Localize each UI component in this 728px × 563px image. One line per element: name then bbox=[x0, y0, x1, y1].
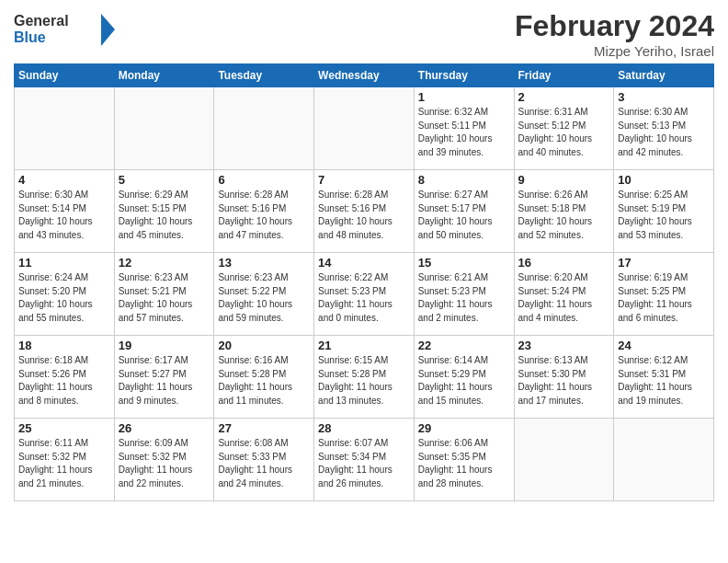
calendar-cell: 11Sunrise: 6:24 AMSunset: 5:20 PMDayligh… bbox=[15, 253, 115, 336]
calendar-cell: 1Sunrise: 6:32 AMSunset: 5:11 PMDaylight… bbox=[414, 87, 514, 170]
calendar-cell bbox=[15, 87, 115, 170]
day-info: Sunrise: 6:13 AMSunset: 5:30 PMDaylight:… bbox=[518, 354, 610, 408]
calendar-cell: 29Sunrise: 6:06 AMSunset: 5:35 PMDayligh… bbox=[414, 419, 514, 501]
day-info: Sunrise: 6:15 AMSunset: 5:28 PMDaylight:… bbox=[318, 354, 410, 408]
column-header-wednesday: Wednesday bbox=[314, 64, 415, 87]
calendar-cell: 24Sunrise: 6:12 AMSunset: 5:31 PMDayligh… bbox=[614, 336, 714, 419]
day-info: Sunrise: 6:11 AMSunset: 5:32 PMDaylight:… bbox=[18, 437, 110, 490]
day-number: 12 bbox=[119, 256, 210, 270]
calendar-week-row: 1Sunrise: 6:32 AMSunset: 5:11 PMDaylight… bbox=[15, 87, 714, 170]
calendar-cell bbox=[514, 419, 614, 501]
column-header-saturday: Saturday bbox=[614, 64, 714, 87]
day-number: 24 bbox=[618, 339, 710, 352]
calendar-table: SundayMondayTuesdayWednesdayThursdayFrid… bbox=[14, 63, 714, 501]
day-info: Sunrise: 6:26 AMSunset: 5:18 PMDaylight:… bbox=[518, 189, 610, 242]
day-number: 6 bbox=[218, 173, 310, 187]
day-number: 28 bbox=[318, 421, 410, 435]
calendar-week-row: 11Sunrise: 6:24 AMSunset: 5:20 PMDayligh… bbox=[15, 253, 714, 336]
column-header-thursday: Thursday bbox=[414, 64, 514, 87]
logo-svg: General Blue bbox=[14, 9, 115, 51]
title-block: February 2024 Mizpe Yeriho, Israel bbox=[515, 9, 714, 59]
calendar-cell: 15Sunrise: 6:21 AMSunset: 5:23 PMDayligh… bbox=[414, 253, 514, 336]
calendar-cell: 26Sunrise: 6:09 AMSunset: 5:32 PMDayligh… bbox=[114, 419, 214, 501]
calendar-cell: 9Sunrise: 6:26 AMSunset: 5:18 PMDaylight… bbox=[514, 170, 614, 253]
calendar-cell: 13Sunrise: 6:23 AMSunset: 5:22 PMDayligh… bbox=[214, 253, 314, 336]
day-number: 4 bbox=[18, 173, 110, 187]
calendar-cell: 14Sunrise: 6:22 AMSunset: 5:23 PMDayligh… bbox=[314, 253, 415, 336]
calendar-cell: 22Sunrise: 6:14 AMSunset: 5:29 PMDayligh… bbox=[414, 336, 514, 419]
calendar-cell: 6Sunrise: 6:28 AMSunset: 5:16 PMDaylight… bbox=[214, 170, 314, 253]
day-number: 19 bbox=[119, 339, 210, 352]
calendar-week-row: 25Sunrise: 6:11 AMSunset: 5:32 PMDayligh… bbox=[15, 419, 714, 501]
month-year: February 2024 bbox=[515, 9, 714, 43]
day-number: 22 bbox=[418, 339, 510, 352]
day-info: Sunrise: 6:19 AMSunset: 5:25 PMDaylight:… bbox=[618, 271, 710, 325]
day-number: 7 bbox=[318, 173, 410, 187]
day-info: Sunrise: 6:12 AMSunset: 5:31 PMDaylight:… bbox=[618, 354, 710, 408]
calendar-cell: 17Sunrise: 6:19 AMSunset: 5:25 PMDayligh… bbox=[614, 253, 714, 336]
day-info: Sunrise: 6:30 AMSunset: 5:14 PMDaylight:… bbox=[18, 189, 110, 242]
day-info: Sunrise: 6:28 AMSunset: 5:16 PMDaylight:… bbox=[318, 189, 410, 242]
day-number: 27 bbox=[218, 421, 310, 435]
day-number: 15 bbox=[418, 256, 510, 270]
day-info: Sunrise: 6:28 AMSunset: 5:16 PMDaylight:… bbox=[218, 189, 310, 242]
day-info: Sunrise: 6:20 AMSunset: 5:24 PMDaylight:… bbox=[518, 271, 610, 325]
day-info: Sunrise: 6:31 AMSunset: 5:12 PMDaylight:… bbox=[518, 106, 610, 159]
day-number: 16 bbox=[518, 256, 610, 270]
day-number: 1 bbox=[418, 90, 510, 104]
day-info: Sunrise: 6:16 AMSunset: 5:28 PMDaylight:… bbox=[218, 354, 310, 408]
day-info: Sunrise: 6:06 AMSunset: 5:35 PMDaylight:… bbox=[418, 437, 510, 490]
column-header-sunday: Sunday bbox=[15, 64, 115, 87]
calendar-cell: 7Sunrise: 6:28 AMSunset: 5:16 PMDaylight… bbox=[314, 170, 415, 253]
day-info: Sunrise: 6:21 AMSunset: 5:23 PMDaylight:… bbox=[418, 271, 510, 325]
day-info: Sunrise: 6:23 AMSunset: 5:22 PMDaylight:… bbox=[218, 271, 310, 325]
calendar-cell: 28Sunrise: 6:07 AMSunset: 5:34 PMDayligh… bbox=[314, 419, 415, 501]
day-number: 29 bbox=[418, 421, 510, 435]
day-number: 21 bbox=[318, 339, 410, 352]
calendar-cell: 20Sunrise: 6:16 AMSunset: 5:28 PMDayligh… bbox=[214, 336, 314, 419]
calendar-cell bbox=[614, 419, 714, 501]
calendar-cell: 25Sunrise: 6:11 AMSunset: 5:32 PMDayligh… bbox=[15, 419, 115, 501]
day-number: 10 bbox=[618, 173, 710, 187]
svg-text:Blue: Blue bbox=[14, 29, 46, 45]
day-info: Sunrise: 6:07 AMSunset: 5:34 PMDaylight:… bbox=[318, 437, 410, 490]
day-number: 20 bbox=[218, 339, 310, 352]
calendar-cell bbox=[214, 87, 314, 170]
day-info: Sunrise: 6:27 AMSunset: 5:17 PMDaylight:… bbox=[418, 189, 510, 242]
location: Mizpe Yeriho, Israel bbox=[515, 43, 714, 59]
calendar-cell: 16Sunrise: 6:20 AMSunset: 5:24 PMDayligh… bbox=[514, 253, 614, 336]
calendar-cell: 5Sunrise: 6:29 AMSunset: 5:15 PMDaylight… bbox=[114, 170, 214, 253]
day-number: 25 bbox=[18, 421, 110, 435]
day-info: Sunrise: 6:18 AMSunset: 5:26 PMDaylight:… bbox=[18, 354, 110, 408]
column-header-friday: Friday bbox=[514, 64, 614, 87]
day-info: Sunrise: 6:25 AMSunset: 5:19 PMDaylight:… bbox=[618, 189, 710, 242]
calendar-cell: 8Sunrise: 6:27 AMSunset: 5:17 PMDaylight… bbox=[414, 170, 514, 253]
day-number: 5 bbox=[119, 173, 210, 187]
day-info: Sunrise: 6:30 AMSunset: 5:13 PMDaylight:… bbox=[618, 106, 710, 159]
day-number: 11 bbox=[18, 256, 110, 270]
day-info: Sunrise: 6:24 AMSunset: 5:20 PMDaylight:… bbox=[18, 271, 110, 325]
calendar-cell bbox=[314, 87, 415, 170]
logo: General Blue bbox=[14, 9, 115, 51]
calendar-week-row: 4Sunrise: 6:30 AMSunset: 5:14 PMDaylight… bbox=[15, 170, 714, 253]
day-number: 26 bbox=[119, 421, 210, 435]
day-info: Sunrise: 6:17 AMSunset: 5:27 PMDaylight:… bbox=[119, 354, 210, 408]
calendar-cell: 12Sunrise: 6:23 AMSunset: 5:21 PMDayligh… bbox=[114, 253, 214, 336]
day-info: Sunrise: 6:23 AMSunset: 5:21 PMDaylight:… bbox=[119, 271, 210, 325]
calendar-cell: 4Sunrise: 6:30 AMSunset: 5:14 PMDaylight… bbox=[15, 170, 115, 253]
calendar-cell: 21Sunrise: 6:15 AMSunset: 5:28 PMDayligh… bbox=[314, 336, 415, 419]
calendar-cell: 27Sunrise: 6:08 AMSunset: 5:33 PMDayligh… bbox=[214, 419, 314, 501]
calendar-cell: 2Sunrise: 6:31 AMSunset: 5:12 PMDaylight… bbox=[514, 87, 614, 170]
day-info: Sunrise: 6:08 AMSunset: 5:33 PMDaylight:… bbox=[218, 437, 310, 490]
column-header-monday: Monday bbox=[114, 64, 214, 87]
day-number: 17 bbox=[618, 256, 710, 270]
calendar-header-row: SundayMondayTuesdayWednesdayThursdayFrid… bbox=[15, 64, 714, 87]
day-number: 9 bbox=[518, 173, 610, 187]
svg-text:General: General bbox=[14, 13, 69, 29]
day-info: Sunrise: 6:22 AMSunset: 5:23 PMDaylight:… bbox=[318, 271, 410, 325]
calendar-cell bbox=[114, 87, 214, 170]
day-info: Sunrise: 6:29 AMSunset: 5:15 PMDaylight:… bbox=[119, 189, 210, 242]
page-header: General Blue February 2024 Mizpe Yeriho,… bbox=[14, 9, 714, 59]
day-info: Sunrise: 6:32 AMSunset: 5:11 PMDaylight:… bbox=[418, 106, 510, 159]
calendar-cell: 3Sunrise: 6:30 AMSunset: 5:13 PMDaylight… bbox=[614, 87, 714, 170]
